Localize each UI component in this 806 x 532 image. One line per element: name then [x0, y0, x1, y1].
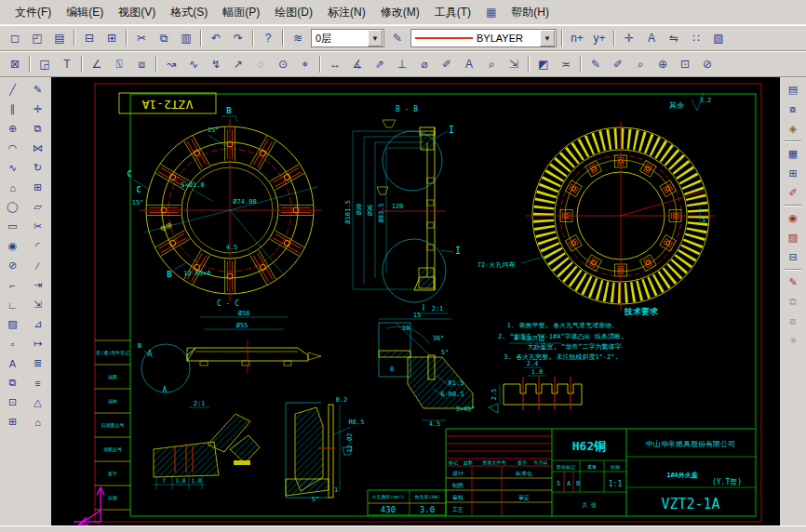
polyline-bolt-icon[interactable]: ↯ [205, 54, 227, 74]
help-icon[interactable]: ? [257, 28, 279, 48]
osnap-node-icon[interactable]: y+ [588, 28, 611, 48]
zoom-window-icon[interactable]: ◲ [34, 54, 56, 74]
edit-polyline-icon[interactable]: ≣ [26, 353, 50, 373]
open-icon[interactable]: ◰ [26, 28, 48, 48]
paste-icon[interactable]: ▥ [175, 28, 197, 48]
zoom-dynamic-icon[interactable]: ⌕ [629, 54, 652, 74]
ellipse-arc-icon[interactable]: ⊘ [1, 256, 25, 275]
sketch-edit-icon[interactable]: ✎ [584, 54, 607, 74]
arrow-icon[interactable]: ↗ [227, 54, 249, 74]
region-icon[interactable]: ⧉ [1, 373, 25, 392]
ruler-icon[interactable]: ≍ [555, 54, 577, 74]
node-select-icon[interactable]: ⊙ [272, 54, 294, 74]
redo-icon[interactable]: ↷ [227, 28, 249, 48]
dim-edit-icon[interactable]: ✐ [436, 54, 458, 74]
spline-icon[interactable]: ∿ [1, 158, 25, 178]
group-icon[interactable]: ⧉ [781, 292, 805, 312]
dim-datum-icon[interactable]: ⊥ [391, 54, 413, 74]
dim-diameter-icon[interactable]: ⌀ [413, 54, 436, 74]
text-icon[interactable]: A [1, 353, 25, 373]
mirror-icon[interactable]: ⋈ [26, 139, 50, 158]
point-style-icon[interactable]: ∷ [685, 28, 707, 48]
table-icon[interactable]: ⍂ [108, 54, 130, 74]
move-icon[interactable]: ✛ [26, 100, 50, 119]
break-icon[interactable]: ∕ [26, 256, 50, 275]
camera-view-icon[interactable]: ◉ [781, 208, 805, 228]
hatch-icon[interactable]: ▨ [1, 314, 25, 334]
design-center-icon[interactable]: ⊞ [781, 164, 805, 183]
menu-sheet[interactable]: 幅面(P) [215, 2, 267, 23]
dim-find-icon[interactable]: ⌕ [480, 54, 503, 74]
menu-modify[interactable]: 修改(M) [373, 2, 427, 23]
lengthen-icon[interactable]: ↦ [26, 334, 50, 353]
menu-view[interactable]: 视图(V) [111, 2, 163, 23]
block-icon[interactable]: ⊡ [1, 392, 25, 412]
copy-object-icon[interactable]: ⧉ [26, 119, 50, 139]
arc-icon[interactable]: ◠ [1, 139, 25, 158]
measure-angle-icon[interactable]: ∠ [86, 54, 108, 74]
undo-icon[interactable]: ↶ [205, 28, 227, 48]
rotate-icon[interactable]: ↻ [26, 158, 50, 178]
menu-help[interactable]: 帮助(H) [504, 2, 557, 23]
block-library-icon[interactable]: ⧈ [130, 54, 153, 74]
revision-cloud-icon[interactable]: ∿ [182, 54, 205, 74]
free-select-icon[interactable]: ◌ [249, 54, 272, 74]
scale-icon[interactable]: △ [26, 392, 50, 412]
zoom-page-icon[interactable]: ⊡ [674, 54, 696, 74]
align-icon[interactable]: ≡ [26, 373, 50, 392]
color-select[interactable]: BYLAYER ▼ [410, 29, 557, 47]
trim-icon[interactable]: ✂ [26, 217, 50, 236]
zoom-extents-icon[interactable]: ⊠ [4, 54, 26, 74]
save-icon[interactable]: ▤ [48, 28, 71, 48]
extend-icon[interactable]: ⇥ [26, 275, 50, 295]
chevron-down-icon[interactable]: ▼ [368, 30, 383, 47]
edit-block-icon[interactable]: ✎ [781, 273, 805, 292]
donut-icon[interactable]: ◉ [1, 236, 25, 256]
drawing-canvas[interactable]: VZT2-1A 借(通)用件登记 描图 描校 旧底图总号 底图总号 签字 日期 [51, 77, 780, 525]
point-icon[interactable]: ▫ [1, 334, 25, 353]
explode-icon[interactable]: ✳ [781, 331, 805, 351]
new-layout-icon[interactable]: ⊟ [781, 247, 805, 267]
stretch-icon[interactable]: ⇲ [26, 295, 50, 314]
cut-icon[interactable]: ✂ [130, 28, 153, 48]
pan-icon[interactable]: ✛ [618, 28, 640, 48]
menu-tools[interactable]: 工具(T) [427, 2, 478, 23]
match-properties-icon[interactable]: ⇋ [663, 28, 685, 48]
dim-angular-icon[interactable]: ∡ [346, 54, 369, 74]
layer-select[interactable]: 0层 ▼ [311, 29, 384, 47]
dim-scale-icon[interactable]: ⇲ [503, 54, 525, 74]
layer-settings-icon[interactable]: ✎ [386, 28, 409, 48]
zoom-previous-icon[interactable]: ⊘ [696, 54, 719, 74]
parallel-icon[interactable]: ∥ [1, 100, 25, 119]
circle-icon[interactable]: ⊕ [1, 119, 25, 139]
zoom-in-icon[interactable]: ⊕ [652, 54, 674, 74]
new-icon[interactable]: ◻ [4, 28, 26, 48]
menu-format[interactable]: 格式(S) [163, 2, 215, 23]
dim-text-icon[interactable]: A [458, 54, 480, 74]
menu-file[interactable]: 文件(F) [7, 2, 59, 23]
fillet-icon[interactable]: ◜ [26, 236, 50, 256]
menu-draw[interactable]: 绘图(D) [267, 2, 320, 23]
object-edit-icon[interactable]: ✐ [607, 54, 629, 74]
text-style-icon[interactable]: A [640, 28, 663, 48]
menu-edit[interactable]: 编辑(E) [59, 2, 111, 23]
ungroup-icon[interactable]: ⧇ [781, 312, 805, 331]
properties-icon[interactable]: ⌂ [26, 412, 50, 432]
menu-grid-icon[interactable]: ▦ [478, 3, 504, 21]
print-preview-icon[interactable]: ⊞ [101, 28, 123, 48]
section-icon[interactable]: ▨ [781, 228, 805, 247]
markup-icon[interactable]: ✐ [781, 183, 805, 203]
polygon-icon[interactable]: ⌂ [1, 178, 25, 197]
menu-dimension[interactable]: 标注(N) [320, 2, 373, 23]
copy-icon[interactable]: ⧉ [153, 28, 175, 48]
target-icon[interactable]: ⌖ [294, 54, 316, 74]
zoom-object-icon[interactable]: T [56, 54, 78, 74]
leader-icon[interactable]: ↝ [160, 54, 182, 74]
sketch-icon[interactable]: ✎ [26, 80, 50, 100]
corner-line-icon[interactable]: ⌐ [1, 275, 25, 295]
chevron-down-icon[interactable]: ▼ [540, 30, 555, 47]
dim-linear-icon[interactable]: ↔ [324, 54, 346, 74]
color-pick-icon[interactable]: ◩ [532, 54, 555, 74]
insert-block-icon[interactable]: ⊞ [1, 412, 25, 432]
osnap-nearest-icon[interactable]: n+ [566, 28, 588, 48]
